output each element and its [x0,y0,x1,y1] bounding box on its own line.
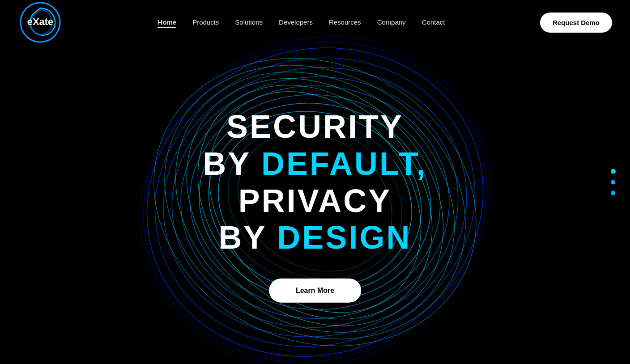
nav-item-developers[interactable]: Developers [279,18,313,26]
slide-dot-1[interactable] [611,169,616,174]
hero-line3: PRIVACY [203,182,427,219]
hero-line1: SECURITY [203,108,427,145]
nav-item-company[interactable]: Company [377,18,406,26]
learn-more-button[interactable]: Learn More [269,279,361,303]
slide-dot-2[interactable] [611,180,615,185]
nav-item-contact[interactable]: Contact [422,18,445,26]
nav-item-products[interactable]: Products [192,18,219,26]
nav-item-solutions[interactable]: Solutions [235,18,263,26]
svg-text:eXate: eXate [27,16,54,27]
hero-line4: BY DESIGN [203,219,427,256]
slide-dots [611,169,616,195]
nav-links: Home Products Solutions Developers Resou… [158,18,445,26]
hero-section: SECURITY BY DEFAULT, PRIVACY BY DESIGN L… [0,0,630,364]
hero-headline: SECURITY BY DEFAULT, PRIVACY BY DESIGN L… [203,108,427,303]
logo[interactable]: eXate [18,0,63,45]
nav-item-home[interactable]: Home [158,18,176,26]
nav-item-resources[interactable]: Resources [329,18,361,26]
navbar: eXate Home Products Solutions Developers… [0,0,630,45]
request-demo-button[interactable]: Request Demo [540,13,612,33]
slide-dot-3[interactable] [611,191,615,195]
hero-line2: BY DEFAULT, [203,145,427,182]
